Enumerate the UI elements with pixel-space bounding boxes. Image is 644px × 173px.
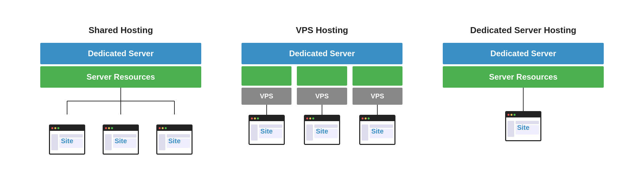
vps-label-2: VPS <box>297 88 347 105</box>
shared-dedicated-server-bar: Dedicated Server <box>40 43 201 64</box>
shared-lines-svg <box>40 88 201 124</box>
dedicated-resources-bar: Server Resources <box>443 66 604 88</box>
titlebar <box>506 112 540 117</box>
shared-site-3-window: Site <box>156 124 193 155</box>
dedicated-site: Site <box>505 111 541 141</box>
dot-yellow <box>54 127 56 129</box>
vps-site-2: Site <box>304 115 340 145</box>
dot-green <box>111 127 113 129</box>
shared-site-3-label: Site <box>157 137 192 145</box>
diagram-container: Shared Hosting Dedicated Server Server R… <box>20 18 624 155</box>
dedicated-site-window: Site <box>505 111 541 141</box>
dot-red <box>507 114 509 116</box>
shared-site-2: Site <box>103 124 139 155</box>
shared-sites-row: Site <box>40 124 201 155</box>
vps-line-3 <box>377 105 378 115</box>
dot-green <box>57 127 59 129</box>
titlebar <box>50 125 84 131</box>
titlebar <box>305 116 339 121</box>
dot-yellow <box>108 127 110 129</box>
dedicated-hosting-title: Dedicated Server Hosting <box>470 25 576 35</box>
dot-red <box>362 117 364 119</box>
dot-yellow <box>162 127 164 129</box>
titlebar <box>157 125 192 131</box>
titlebar <box>360 116 394 121</box>
vps-columns: VPS <box>241 66 402 145</box>
vps-site-3-label: Site <box>360 127 394 135</box>
vps-col-3: VPS <box>353 66 402 145</box>
vps-green-1 <box>241 66 291 86</box>
dot-green <box>165 127 167 129</box>
shared-hosting-title: Shared Hosting <box>89 25 153 35</box>
vps-site-2-window: Site <box>304 115 340 145</box>
vps-site-1: Site <box>249 115 285 145</box>
titlebar <box>104 125 138 131</box>
vps-site-3: Site <box>359 115 395 145</box>
shared-site-3: Site <box>156 124 193 155</box>
site-content: Site <box>157 131 192 154</box>
vps-col-2: VPS <box>297 66 347 145</box>
site-content: Site <box>50 131 84 154</box>
shared-site-1: Site <box>49 124 85 155</box>
dot-green <box>514 114 516 116</box>
shared-site-2-label: Site <box>104 137 138 145</box>
shared-hosting-section: Shared Hosting Dedicated Server Server R… <box>20 25 221 155</box>
site-content: Site <box>250 121 284 144</box>
dedicated-line-svg <box>523 88 524 111</box>
shared-site-1-label: Site <box>50 137 84 145</box>
shared-server-resources-bar: Server Resources <box>40 66 201 88</box>
vps-site-1-window: Site <box>249 115 285 145</box>
vps-line-2 <box>322 105 322 115</box>
dot-red <box>51 127 53 129</box>
vps-hosting-section: VPS Hosting Dedicated Server VPS <box>221 25 423 145</box>
vps-label-1: VPS <box>241 88 291 105</box>
dot-red <box>251 117 253 119</box>
dot-yellow <box>254 117 256 119</box>
dot-yellow <box>309 117 311 119</box>
dedicated-site-label: Site <box>506 124 540 132</box>
dedicated-hosting-section: Dedicated Server Hosting Dedicated Serve… <box>423 25 624 141</box>
dot-green <box>257 117 259 119</box>
dot-green <box>312 117 314 119</box>
dot-yellow <box>365 117 367 119</box>
vps-hosting-title: VPS Hosting <box>296 25 348 35</box>
titlebar <box>250 116 284 121</box>
vps-label-3: VPS <box>353 88 402 105</box>
vps-line-1 <box>266 105 267 115</box>
site-content: Site <box>360 121 394 144</box>
vps-green-2 <box>297 66 347 86</box>
vps-site-2-label: Site <box>305 127 339 135</box>
vps-site-3-window: Site <box>359 115 395 145</box>
site-content: Site <box>104 131 138 154</box>
shared-site-1-window: Site <box>49 124 85 155</box>
site-content: Site <box>506 117 540 140</box>
shared-site-2-window: Site <box>103 124 139 155</box>
site-content: Site <box>305 121 339 144</box>
dedicated-server-bar: Dedicated Server <box>443 43 604 64</box>
dot-yellow <box>511 114 513 116</box>
dot-red <box>105 127 107 129</box>
vps-green-3 <box>353 66 402 86</box>
vps-col-1: VPS <box>241 66 291 145</box>
vps-site-1-label: Site <box>250 127 284 135</box>
dot-green <box>368 117 370 119</box>
dot-red <box>306 117 308 119</box>
vps-dedicated-server-bar: Dedicated Server <box>241 43 402 64</box>
dot-red <box>159 127 161 129</box>
